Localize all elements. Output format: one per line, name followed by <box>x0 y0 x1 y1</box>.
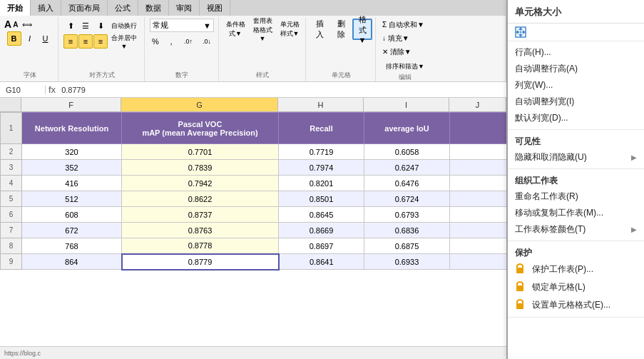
row-number: 6 <box>1 207 22 223</box>
cell-avg-iou[interactable]: 0.6247 <box>364 160 450 176</box>
cell-map[interactable]: 0.7701 <box>122 144 279 160</box>
percent-btn[interactable]: % <box>148 34 163 49</box>
align-top[interactable]: ⬆ <box>63 19 78 33</box>
cell-network-resolution[interactable]: 864 <box>22 254 122 270</box>
col-header-I[interactable]: I <box>364 98 449 111</box>
auto-row-height-label: 自动调整行高(A) <box>515 63 578 75</box>
cell-avg-iou[interactable]: 0.6836 <box>364 223 450 238</box>
align-group-label: 对齐方式 <box>89 71 115 80</box>
cell-map[interactable]: 0.8763 <box>122 223 279 238</box>
cell-avg-iou[interactable]: 0.6875 <box>364 238 450 254</box>
table-header-row: 1 Network Resolution Pascal VOC mAP (mea… <box>1 113 507 144</box>
edit-group: Σ 自动求和▼ ↓ 填充▼ ✕ 清除▼ 排序和筛选▼ 编辑 <box>377 17 434 81</box>
cell-avg-iou[interactable]: 0.6793 <box>364 207 450 223</box>
tab-formula[interactable]: 公式 <box>108 0 138 16</box>
cell-network-resolution[interactable]: 416 <box>22 176 122 191</box>
merge-center[interactable]: 合并居中▼ <box>108 34 140 49</box>
col-header-H[interactable]: H <box>278 98 364 111</box>
underline-button[interactable]: U <box>39 31 53 46</box>
cell-avg-iou[interactable]: 0.6058 <box>364 144 450 160</box>
menu-item-auto-row-height[interactable]: 自动调整行高(A) <box>508 61 644 77</box>
cell-recall[interactable]: 0.8697 <box>279 238 364 254</box>
cell-reference[interactable]: G10 <box>3 86 46 94</box>
panel-title: 单元格大小 <box>508 0 644 24</box>
formula-input[interactable]: 0.8779 <box>58 86 504 94</box>
cell-network-resolution[interactable]: 320 <box>22 144 122 160</box>
cell-avg-iou[interactable]: 0.6476 <box>364 176 450 191</box>
organize-section: 组织工作表 重命名工作表(R) 移动或复制工作表(M)... 工作表标签颜色(T… <box>508 169 644 241</box>
col-header-J[interactable]: J <box>449 98 506 111</box>
cell-map[interactable]: 0.7839 <box>122 160 279 176</box>
cell-map[interactable]: 0.8778 <box>122 238 279 254</box>
increase-decimal[interactable]: .0↑ <box>180 34 197 49</box>
menu-item-protect-sheet[interactable]: 保护工作表(P)... <box>508 261 644 278</box>
cell-map[interactable]: 0.8737 <box>122 207 279 223</box>
col-width-label: 列宽(W)... <box>515 79 553 91</box>
italic-button[interactable]: I <box>23 31 37 46</box>
cell-map[interactable]: 0.7942 <box>122 176 279 191</box>
cell-style[interactable]: 单元格样式▼ <box>277 19 302 40</box>
format-cell-label: 设置单元格格式(E)... <box>532 299 610 311</box>
col-header-F[interactable]: F <box>21 98 121 111</box>
cell-network-resolution[interactable]: 672 <box>22 223 122 238</box>
tab-home[interactable]: 开始 <box>0 0 31 16</box>
align-bottom[interactable]: ⬇ <box>93 19 108 33</box>
cell-recall[interactable]: 0.7719 <box>279 144 364 160</box>
align-right[interactable]: ≡ <box>93 34 108 49</box>
table-format[interactable]: 套用表格格式▼ <box>250 19 275 40</box>
menu-item-format-cell[interactable]: 设置单元格格式(E)... <box>508 296 644 314</box>
protect-sheet-label: 保护工作表(P)... <box>532 263 593 275</box>
align-middle[interactable]: ☰ <box>78 19 93 33</box>
tab-data[interactable]: 数据 <box>138 0 169 16</box>
format-btn[interactable]: 格式▼ <box>352 19 372 40</box>
clear-btn[interactable]: ✕ 清除▼ <box>379 46 429 59</box>
cell-empty <box>450 191 507 207</box>
cell-map[interactable]: 0.8622 <box>122 191 279 207</box>
cell-recall[interactable]: 0.8641 <box>279 254 364 270</box>
conditional-format[interactable]: 条件格式▼ <box>223 19 248 40</box>
header-I: average IoU <box>364 113 450 144</box>
default-col-width-label: 默认列宽(D)... <box>515 112 568 124</box>
table-row: 55120.86220.85010.6724 <box>1 191 507 207</box>
cell-recall[interactable]: 0.8201 <box>279 176 364 191</box>
menu-item-tab-color[interactable]: 工作表标签颜色(T) ▶ <box>508 221 644 238</box>
cell-map[interactable]: 0.8779 <box>122 254 279 270</box>
cell-avg-iou[interactable]: 0.6724 <box>364 191 450 207</box>
menu-item-default-col-width[interactable]: 默认列宽(D)... <box>508 110 644 126</box>
align-left[interactable]: ≡ <box>63 34 78 49</box>
column-headers: F G H I J <box>0 98 506 112</box>
decrease-decimal[interactable]: .0↓ <box>198 34 215 49</box>
menu-item-move-copy[interactable]: 移动或复制工作表(M)... <box>508 205 644 221</box>
bold-button[interactable]: B <box>7 31 21 46</box>
cell-network-resolution[interactable]: 512 <box>22 191 122 207</box>
cell-recall[interactable]: 0.8669 <box>279 223 364 238</box>
cell-recall[interactable]: 0.8645 <box>279 207 364 223</box>
menu-item-hide[interactable]: 隐藏和取消隐藏(U) ▶ <box>508 149 644 166</box>
cell-network-resolution[interactable]: 352 <box>22 160 122 176</box>
menu-item-rename[interactable]: 重命名工作表(R) <box>508 188 644 205</box>
align-center[interactable]: ≡ <box>78 34 93 49</box>
delete-btn[interactable]: 删除 <box>331 19 351 40</box>
tab-review[interactable]: 审阅 <box>169 0 200 16</box>
menu-item-lock-cell[interactable]: 锁定单元格(L) <box>508 278 644 296</box>
comma-btn[interactable]: , <box>164 34 178 49</box>
menu-item-auto-col-width[interactable]: 自动调整列宽(I) <box>508 93 644 110</box>
number-group-label: 数字 <box>175 71 188 80</box>
tab-layout[interactable]: 页面布局 <box>61 0 108 16</box>
sort-filter-btn[interactable]: 排序和筛选▼ <box>380 60 430 73</box>
cell-network-resolution[interactable]: 768 <box>22 238 122 254</box>
hide-arrow: ▶ <box>631 153 637 161</box>
menu-item-row-height[interactable]: 行高(H)... <box>508 44 644 61</box>
cell-avg-iou[interactable]: 0.6933 <box>364 254 450 270</box>
tab-insert[interactable]: 插入 <box>31 0 61 16</box>
menu-item-col-width[interactable]: 列宽(W)... <box>508 77 644 93</box>
tab-view[interactable]: 视图 <box>200 0 230 16</box>
fill-btn[interactable]: ↓ 填充▼ <box>379 32 429 45</box>
cell-recall[interactable]: 0.7974 <box>279 160 364 176</box>
autosum-btn[interactable]: Σ 自动求和▼ <box>379 19 429 31</box>
col-header-G[interactable]: G <box>121 98 278 111</box>
insert-btn[interactable]: 插入 <box>310 19 329 40</box>
wrap-text[interactable]: 自动换行 <box>108 19 140 33</box>
cell-network-resolution[interactable]: 608 <box>22 207 122 223</box>
cell-recall[interactable]: 0.8501 <box>279 191 364 207</box>
